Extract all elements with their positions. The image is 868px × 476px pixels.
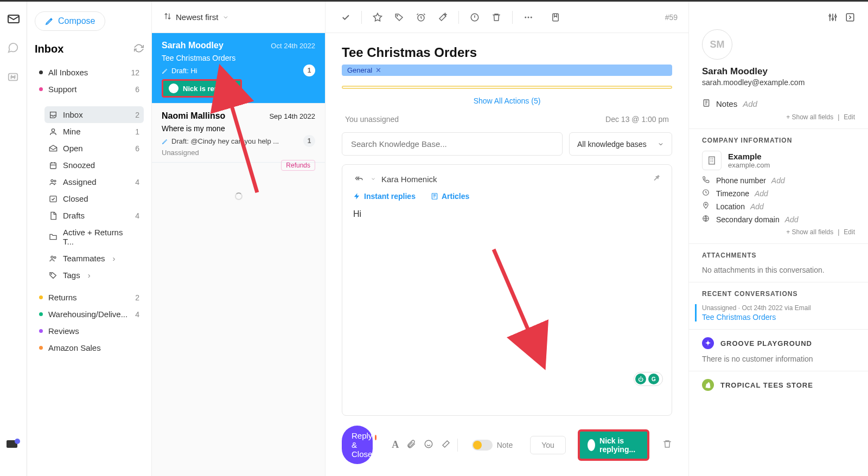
bookmark-icon[interactable] [546, 8, 565, 27]
ai-wand-icon[interactable] [441, 439, 451, 451]
conversation-toolbar: #59 [326, 2, 688, 33]
svg-point-5 [51, 179, 53, 182]
kb-search-input[interactable] [342, 132, 563, 156]
nav-mine[interactable]: Mine1 [44, 123, 144, 140]
assignee-you-button[interactable]: You [530, 436, 566, 454]
show-all-fields-2[interactable]: + Show all fields [786, 228, 833, 236]
nav-all-inboxes[interactable]: All Inboxes 12 [35, 64, 144, 81]
nav-amazon-sales[interactable]: Amazon Sales [35, 339, 144, 356]
wand-icon[interactable] [433, 8, 452, 27]
recent-conversation-link[interactable]: Tee Christmas Orders [702, 313, 855, 321]
attachment-icon[interactable] [406, 439, 416, 451]
conversation-title: Tee Christmas Orders [342, 45, 672, 60]
chat-icon[interactable] [7, 42, 20, 55]
conversation-card[interactable]: Naomi MallinsoSep 14th 2022 Where is my … [152, 104, 325, 163]
groove-icon: ✦ [702, 337, 714, 349]
svg-point-19 [425, 440, 433, 448]
inbox-title: Inbox [35, 43, 63, 55]
more-icon[interactable] [519, 8, 538, 27]
discard-draft-icon[interactable] [662, 439, 672, 451]
field-location: Location Add [702, 202, 855, 211]
star-icon[interactable] [368, 8, 387, 27]
svg-rect-17 [553, 14, 559, 21]
snooze-icon[interactable] [412, 8, 430, 27]
nav-active-returns-t-[interactable]: Active + Returns T... [44, 224, 144, 250]
unsent-indicator [375, 435, 376, 440]
show-all-fields[interactable]: + Show all fields [786, 113, 833, 121]
remove-tag-icon[interactable]: ✕ [375, 66, 381, 74]
svg-point-14 [525, 16, 526, 18]
tag-general[interactable]: General ✕ [342, 65, 672, 76]
svg-point-3 [52, 128, 54, 131]
edit-contact[interactable]: Edit [844, 113, 855, 121]
nav-snoozed[interactable]: Snoozed [44, 157, 144, 173]
nav-support[interactable]: Support 6 [35, 81, 144, 98]
pin-icon[interactable] [652, 173, 661, 184]
trash-icon[interactable] [487, 8, 506, 27]
attachments-empty: No attachments in this conversation. [702, 266, 855, 274]
svg-point-6 [54, 180, 56, 182]
status-indicator [15, 439, 20, 444]
reply-close-button[interactable]: Reply & Close [342, 426, 373, 464]
nav-returns[interactable]: Returns2 [35, 289, 144, 306]
nav-inbox[interactable]: Inbox2 [44, 106, 144, 123]
grammarly-icon: G [648, 374, 659, 384]
nav-teammates[interactable]: Teammates› [44, 250, 144, 267]
sort-toggle[interactable]: Newest first [152, 2, 325, 33]
svg-point-11 [397, 15, 398, 16]
svg-point-8 [51, 256, 53, 258]
tag-icon[interactable] [390, 8, 409, 27]
articles-button[interactable]: Articles [431, 192, 469, 201]
keyboard-icon[interactable] [7, 440, 17, 450]
svg-point-21 [832, 18, 834, 20]
nav-open[interactable]: Open6 [44, 140, 144, 157]
svg-point-9 [54, 256, 56, 258]
contact-email: sarah.moodley@example.com [702, 78, 855, 87]
recent-section-title: RECENT CONVERSATIONS [702, 290, 855, 298]
show-all-actions[interactable]: Show All Actions (5) [342, 97, 672, 105]
nav-warehousing-delive-[interactable]: Warehousing/Delive...4 [35, 306, 144, 323]
loading-spinner [235, 192, 242, 200]
svg-rect-23 [846, 14, 854, 21]
add-notes-link[interactable]: Add [743, 99, 757, 108]
contact-name: Sarah Moodley [702, 66, 855, 77]
note-toggle[interactable] [472, 440, 493, 451]
reply-composer: Kara Homenick Instant replies Articles H… [342, 164, 672, 416]
hashtag-icon[interactable] [7, 71, 20, 84]
conversation-card[interactable]: Sarah MoodleyOct 24th 2022 Tee Christmas… [152, 33, 325, 104]
nav-closed[interactable]: Closed [44, 190, 144, 207]
compose-label: Compose [58, 16, 95, 26]
mail-icon[interactable] [7, 12, 20, 25]
notes-icon [702, 99, 711, 109]
recipient-name: Kara Homenick [381, 175, 437, 184]
check-icon[interactable] [336, 8, 355, 27]
instant-replies-button[interactable]: Instant replies [353, 192, 416, 201]
grammarly-toggle[interactable]: ⏻ G [634, 372, 663, 386]
emoji-icon[interactable] [424, 439, 433, 451]
settings-icon[interactable] [828, 12, 838, 25]
spam-icon[interactable] [465, 8, 484, 27]
nav-tags[interactable]: Tags› [44, 267, 144, 284]
replying-indicator: Nick is replying [162, 79, 242, 98]
text-format-icon[interactable]: A [392, 439, 399, 451]
nav-reviews[interactable]: Reviews [35, 323, 144, 339]
reply-all-icon[interactable] [353, 174, 365, 184]
refresh-icon[interactable] [134, 43, 144, 55]
compose-button[interactable]: Compose [35, 11, 105, 31]
svg-point-10 [51, 273, 52, 274]
contact-details: SM Sarah Moodley sarah.moodley@example.c… [689, 2, 868, 476]
kb-select[interactable]: All knowledge bases [569, 132, 672, 156]
edit-company[interactable]: Edit [844, 228, 855, 236]
nav-assigned[interactable]: Assigned4 [44, 173, 144, 190]
left-rail [0, 2, 27, 476]
editor-body[interactable]: Hi [353, 209, 661, 219]
conversation-list-pane: Newest first Sarah MoodleyOct 24th 2022 … [152, 2, 326, 476]
company-section-title: COMPANY INFORMATION [702, 137, 855, 144]
expand-icon[interactable] [845, 12, 855, 25]
replying-avatar [588, 439, 595, 451]
svg-point-27 [705, 204, 706, 205]
groove-empty: There is no customer information [702, 355, 855, 363]
svg-point-22 [835, 16, 837, 17]
nav-drafts[interactable]: Drafts4 [44, 207, 144, 224]
highlight-strip [342, 86, 672, 89]
